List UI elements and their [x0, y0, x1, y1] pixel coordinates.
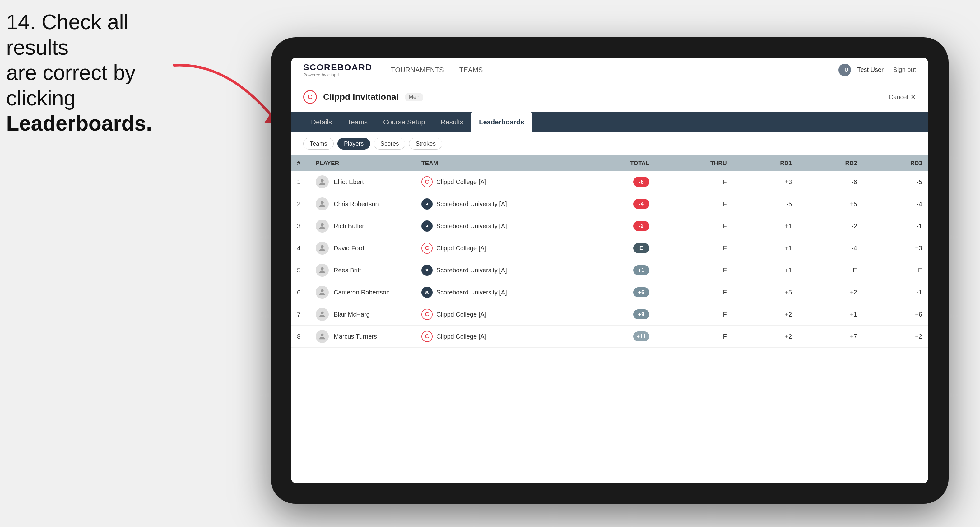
- team-name: Clippd College [A]: [436, 311, 486, 318]
- cell-team: SUScoreboard University [A]: [415, 193, 571, 215]
- score-badge: +1: [633, 265, 649, 275]
- filter-scores[interactable]: Scores: [374, 138, 405, 149]
- cell-team: SUScoreboard University [A]: [415, 281, 571, 303]
- cell-rd2: -4: [798, 237, 863, 259]
- svg-point-6: [321, 289, 323, 292]
- tournament-title-area: C Clippd Invitational Men: [303, 90, 423, 104]
- player-avatar: [316, 308, 329, 321]
- header-team: TEAM: [415, 156, 571, 171]
- cell-rd2: E: [798, 259, 863, 281]
- table-row: 7Blair McHargCClippd College [A]+9F+2+1+…: [291, 303, 928, 325]
- cell-total: -4: [571, 193, 655, 215]
- cell-team: CClippd College [A]: [415, 237, 571, 259]
- cell-player: Rich Butler: [309, 215, 415, 237]
- cell-rd2: +7: [798, 325, 863, 348]
- tournament-icon: C: [303, 90, 317, 104]
- team-name: Clippd College [A]: [436, 245, 486, 252]
- tablet-screen: SCOREBOARD Powered by clippd TOURNAMENTS…: [291, 57, 928, 484]
- svg-point-2: [321, 201, 323, 204]
- player-name: Elliot Ebert: [334, 178, 364, 186]
- team-logo: SU: [422, 265, 433, 276]
- team-logo: C: [422, 176, 433, 187]
- player-name: Blair McHarg: [334, 311, 370, 318]
- cell-rd3: +3: [863, 237, 928, 259]
- cell-rd2: +5: [798, 193, 863, 215]
- cell-rd2: -6: [798, 171, 863, 193]
- cell-team: CClippd College [A]: [415, 325, 571, 348]
- tournament-name: Clippd Invitational: [323, 92, 399, 102]
- team-logo: C: [422, 309, 433, 320]
- header-thru: THRU: [655, 156, 733, 171]
- score-badge: -2: [633, 221, 649, 231]
- cell-total: -8: [571, 171, 655, 193]
- filter-players[interactable]: Players: [337, 138, 370, 149]
- table-header-row: # PLAYER TEAM TOTAL THRU RD1 RD2 RD3: [291, 156, 928, 171]
- tab-leaderboards[interactable]: Leaderboards: [471, 112, 532, 132]
- nav-teams[interactable]: TEAMS: [459, 64, 483, 76]
- cell-rank: 4: [291, 237, 309, 259]
- instruction-text: 14. Check all results are correct by cli…: [6, 10, 193, 136]
- player-avatar: [316, 241, 329, 255]
- tab-results[interactable]: Results: [433, 112, 471, 132]
- table-row: 4David FordCClippd College [A]EF+1-4+3: [291, 237, 928, 259]
- nav-user-text: Test User |: [857, 66, 887, 73]
- team-logo: SU: [422, 287, 433, 298]
- table-row: 6Cameron RobertsonSUScoreboard Universit…: [291, 281, 928, 303]
- filter-teams[interactable]: Teams: [303, 138, 334, 149]
- team-name: Scoreboard University [A]: [436, 222, 507, 230]
- table-row: 3Rich ButlerSUScoreboard University [A]-…: [291, 215, 928, 237]
- cell-thru: F: [655, 193, 733, 215]
- cell-player: Elliot Ebert: [309, 171, 415, 193]
- logo-title: SCOREBOARD: [303, 62, 372, 73]
- svg-point-1: [321, 179, 323, 182]
- player-name: Cameron Robertson: [334, 289, 390, 296]
- tab-bar: Details Teams Course Setup Results Leade…: [291, 112, 928, 132]
- table-row: 2Chris RobertsonSUScoreboard University …: [291, 193, 928, 215]
- cell-rank: 8: [291, 325, 309, 348]
- cell-total: +1: [571, 259, 655, 281]
- cell-rd2: +1: [798, 303, 863, 325]
- table-row: 1Elliot EbertCClippd College [A]-8F+3-6-…: [291, 171, 928, 193]
- cell-rd1: +5: [733, 281, 798, 303]
- cell-player: Blair McHarg: [309, 303, 415, 325]
- player-name: Rees Britt: [334, 267, 361, 274]
- tab-course-setup[interactable]: Course Setup: [375, 112, 433, 132]
- filter-strokes[interactable]: Strokes: [409, 138, 442, 149]
- tablet-frame: SCOREBOARD Powered by clippd TOURNAMENTS…: [270, 37, 948, 504]
- cell-rd2: -2: [798, 215, 863, 237]
- cell-thru: F: [655, 303, 733, 325]
- results-table: # PLAYER TEAM TOTAL THRU RD1 RD2 RD3 1El…: [291, 156, 928, 348]
- cell-total: -2: [571, 215, 655, 237]
- cell-rank: 7: [291, 303, 309, 325]
- cell-rd1: +1: [733, 237, 798, 259]
- score-badge: E: [633, 243, 649, 253]
- cell-rd3: +2: [863, 325, 928, 348]
- team-name: Scoreboard University [A]: [436, 289, 507, 296]
- score-badge: -8: [633, 177, 649, 187]
- nav-tournaments[interactable]: TOURNAMENTS: [391, 64, 444, 76]
- cell-thru: F: [655, 215, 733, 237]
- cell-rank: 2: [291, 193, 309, 215]
- cell-rd3: -5: [863, 171, 928, 193]
- tab-teams[interactable]: Teams: [340, 112, 375, 132]
- cell-rank: 6: [291, 281, 309, 303]
- cell-rd3: -1: [863, 281, 928, 303]
- player-avatar: [316, 175, 329, 189]
- leaderboard-table: # PLAYER TEAM TOTAL THRU RD1 RD2 RD3 1El…: [291, 156, 928, 484]
- player-avatar: [316, 219, 329, 233]
- nav-signout[interactable]: Sign out: [893, 66, 916, 73]
- team-name: Clippd College [A]: [436, 333, 486, 340]
- team-name: Scoreboard University [A]: [436, 267, 507, 274]
- cell-rank: 1: [291, 171, 309, 193]
- cell-rd1: +2: [733, 303, 798, 325]
- svg-point-3: [321, 223, 323, 226]
- player-avatar: [316, 197, 329, 211]
- header-rank: #: [291, 156, 309, 171]
- cell-player: Rees Britt: [309, 259, 415, 281]
- cancel-button[interactable]: Cancel ✕: [889, 93, 916, 101]
- cell-total: +11: [571, 325, 655, 348]
- table-body: 1Elliot EbertCClippd College [A]-8F+3-6-…: [291, 171, 928, 348]
- cell-thru: F: [655, 237, 733, 259]
- cell-total: E: [571, 237, 655, 259]
- tab-details[interactable]: Details: [303, 112, 340, 132]
